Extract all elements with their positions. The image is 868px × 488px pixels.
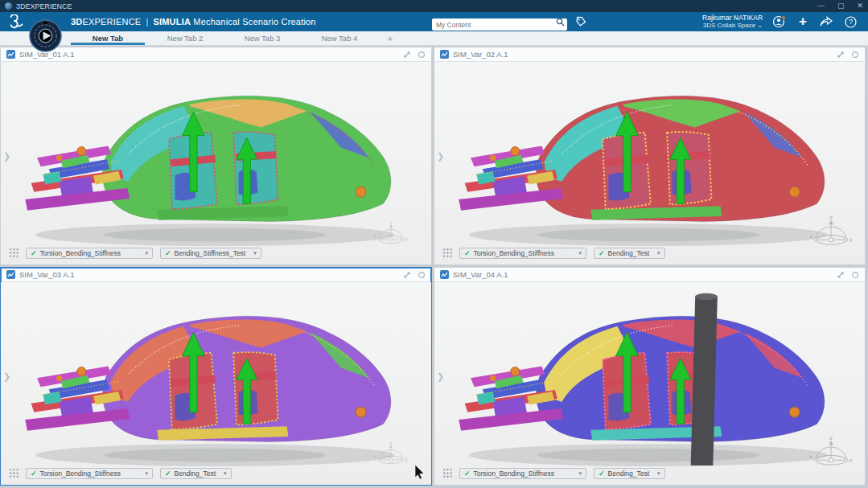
app-icon [5, 2, 12, 10]
caret-down-icon: ▾ [657, 250, 660, 256]
panel-expander-chevron[interactable]: ❯ [3, 151, 10, 162]
profile-icon[interactable] [772, 14, 787, 29]
mouse-cursor [414, 465, 425, 480]
svg-text:Z: Z [390, 221, 393, 224]
viewport-header: SIM_Var_04 A.1 [434, 268, 865, 282]
car-model[interactable] [16, 285, 417, 478]
viewport-sim-var-02: SIM_Var_02 A.1 ❯ ✓Torsion_Bending_Stiffn… [434, 47, 866, 265]
check-icon: ✓ [599, 470, 605, 478]
view-robot-widget[interactable]: Z Y X [808, 216, 854, 253]
tag-icon[interactable] [575, 16, 586, 27]
brand-rest: EXPERIENCE [82, 17, 141, 27]
svg-text:Y: Y [809, 235, 812, 240]
car-model[interactable] [450, 65, 850, 258]
window-title: 3DEXPERIENCE [16, 2, 72, 10]
check-icon: ✓ [165, 249, 171, 257]
collab-space: 3DS Collab Space ⌄ [702, 22, 763, 30]
minimize-button[interactable]: — [817, 0, 825, 12]
os-title-bar: 3DEXPERIENCE — ▢ ✕ [0, 0, 868, 12]
caret-down-icon: ▾ [224, 470, 227, 477]
view-robot-widget[interactable]: Z Y X [373, 221, 409, 250]
viewport-sim-var-04: SIM_Var_04 A.1 ❯ ✓Torsion_Bending_Stiffn… [434, 267, 866, 486]
3d-scene[interactable]: ❯ ✓Torsion_Bending_Stiffness▾ ✓Bending_T… [434, 282, 865, 485]
viewport-title: SIM_Var_03 A.1 [19, 270, 74, 279]
compass-logo[interactable] [29, 19, 62, 52]
3ds-logo[interactable] [6, 14, 24, 29]
viewport-grid: SIM_Var_01 A.1 ❯ ✓Torsion_Bending_Stiffn… [0, 47, 866, 486]
share-icon[interactable] [819, 16, 833, 27]
drag-handle-icon[interactable] [8, 247, 19, 259]
check-icon: ✓ [464, 249, 471, 257]
check-icon: ✓ [599, 249, 605, 257]
viewport-options-icon[interactable] [851, 271, 859, 279]
drag-handle-icon[interactable] [442, 467, 452, 479]
view-robot-widget[interactable]: Z Y X [808, 437, 854, 474]
search-icon[interactable] [556, 18, 565, 27]
app-bold: SIMULIA [153, 17, 191, 27]
svg-text:X: X [405, 238, 408, 242]
tab-new-tab[interactable]: New Tab [69, 31, 146, 45]
viewport-sim-var-01: SIM_Var_01 A.1 ❯ ✓Torsion_Bending_Stiffn… [0, 47, 432, 265]
viewport-header: SIM_Var_01 A.1 [1, 47, 431, 62]
panel-expander-chevron[interactable]: ❯ [3, 371, 10, 382]
test-dropdown[interactable]: ✓Bending_Stiffness_Test▾ [160, 248, 261, 259]
svg-text:Z: Z [829, 437, 833, 441]
car-model[interactable] [450, 285, 850, 478]
add-content-icon[interactable]: + [799, 14, 807, 30]
close-button[interactable]: ✕ [857, 0, 863, 12]
check-icon: ✓ [31, 249, 37, 257]
svg-text:Y: Y [374, 456, 376, 460]
panel-expander-chevron[interactable]: ❯ [437, 371, 444, 382]
svg-text:X: X [849, 238, 853, 243]
car-model[interactable] [16, 65, 417, 258]
brand-divider: | [146, 17, 148, 27]
app-name: Mechanical Scenario Creation [193, 17, 315, 27]
3d-scene[interactable]: ❯ ✓Torsion_Bending_Stiffness▾ ✓Bending_S… [1, 62, 431, 265]
viewport-header: SIM_Var_02 A.1 [434, 47, 865, 62]
scenario-dropdown[interactable]: ✓Torsion_Bending_Stiffness▾ [459, 248, 586, 259]
svg-text:?: ? [849, 18, 853, 26]
simulation-icon [440, 50, 449, 59]
viewport-options-icon[interactable] [418, 51, 426, 59]
drag-handle-icon[interactable] [8, 467, 19, 479]
scenario-dropdown[interactable]: ✓Torsion_Bending_Stiffness▾ [26, 248, 153, 259]
search-input[interactable] [432, 18, 567, 31]
tab-new-tab-4[interactable]: New Tab 4 [301, 31, 378, 45]
scenario-dropdown[interactable]: ✓Torsion_Bending_Stiffness▾ [459, 468, 586, 479]
test-dropdown[interactable]: ✓Bending_Test▾ [160, 468, 232, 479]
viewport-options-icon[interactable] [418, 271, 426, 279]
add-tab-button[interactable]: + [378, 31, 402, 45]
svg-text:Y: Y [374, 236, 376, 240]
caret-down-icon: ▾ [657, 470, 660, 477]
drag-handle-icon[interactable] [442, 247, 452, 259]
caret-down-icon: ▾ [578, 250, 582, 256]
scenario-dropdown[interactable]: ✓Torsion_Bending_Stiffness▾ [26, 468, 153, 479]
tab-new-tab-2[interactable]: New Tab 2 [146, 31, 224, 45]
3d-scene[interactable]: ❯ ✓Torsion_Bending_Stiffness▾ ✓Bending_T… [1, 282, 431, 485]
view-robot-widget[interactable]: Z Y X [373, 441, 409, 470]
expand-viewport-icon[interactable] [837, 51, 845, 59]
check-icon: ✓ [464, 470, 471, 478]
global-search [432, 16, 567, 28]
test-dropdown[interactable]: ✓Bending_Test▾ [594, 248, 665, 259]
3d-scene[interactable]: ❯ ✓Torsion_Bending_Stiffness▾ ✓Bending_T… [434, 62, 865, 265]
tab-new-tab-3[interactable]: New Tab 3 [224, 31, 301, 45]
test-dropdown[interactable]: ✓Bending_Test▾ [594, 468, 665, 479]
app-bar: 3DEXPERIENCE|SIMULIA Mechanical Scenario… [0, 12, 868, 31]
maximize-button[interactable]: ▢ [837, 0, 845, 12]
svg-text:Y: Y [809, 455, 812, 460]
user-block[interactable]: Rajkumar NATIKAR 3DS Collab Space ⌄ [702, 14, 763, 31]
simulation-icon [440, 270, 449, 279]
app-title: 3DEXPERIENCE|SIMULIA Mechanical Scenario… [71, 17, 316, 27]
chevron-down-icon[interactable]: ⌄ [757, 22, 763, 29]
impact-pole-cylinder [690, 293, 717, 465]
viewport-title: SIM_Var_04 A.1 [453, 270, 508, 279]
viewport-options-icon[interactable] [851, 51, 859, 59]
svg-text:X: X [849, 458, 853, 463]
expand-viewport-icon[interactable] [403, 51, 411, 59]
panel-expander-chevron[interactable]: ❯ [437, 151, 444, 162]
expand-viewport-icon[interactable] [403, 271, 411, 279]
user-name: Rajkumar NATIKAR [702, 14, 763, 23]
expand-viewport-icon[interactable] [837, 271, 845, 279]
help-icon[interactable]: ? [845, 16, 857, 28]
